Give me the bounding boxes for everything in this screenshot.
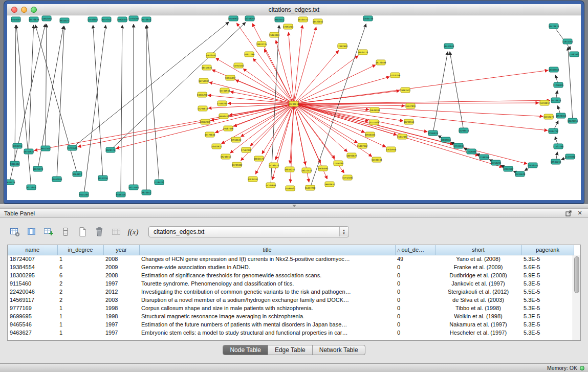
network-node[interactable]: 10473618	[549, 24, 559, 29]
network-node[interactable]: 16547891	[405, 103, 416, 108]
network-node[interactable]: 13764201	[491, 160, 502, 165]
network-node[interactable]: 9873652	[142, 190, 151, 195]
import-table-button[interactable]	[108, 225, 124, 239]
close-panel-icon[interactable]: ✕	[576, 209, 584, 217]
network-edge[interactable]	[276, 40, 294, 104]
network-node[interactable]: 19083652	[324, 182, 335, 187]
network-node[interactable]: 19447948	[444, 43, 454, 49]
network-edge[interactable]	[294, 104, 548, 130]
network-node[interactable]: 19063527	[400, 87, 411, 93]
table-row[interactable]: 969969511998Structural magnetic resonanc…	[8, 312, 574, 320]
network-node[interactable]: 16417290	[305, 185, 316, 190]
network-node[interactable]: 9852364	[41, 146, 51, 151]
network-node[interactable]: 9473816	[142, 17, 151, 22]
table-mode-button[interactable]	[7, 225, 23, 239]
network-canvas[interactable]: 1724061818523042161645721789321415824061…	[7, 15, 581, 200]
table-scrollbar[interactable]	[573, 255, 580, 340]
tab-node-table[interactable]: Node Table	[223, 345, 268, 355]
network-node[interactable]: 12546081	[88, 17, 98, 22]
network-node[interactable]: 18726409	[376, 60, 386, 65]
network-edge[interactable]	[228, 103, 294, 104]
network-node[interactable]: 19024735	[256, 41, 267, 47]
network-node[interactable]: 14685093	[318, 166, 329, 171]
network-table-select[interactable]: citations_edges.txt ▲ ▼	[148, 226, 349, 237]
network-node[interactable]: 14702183	[233, 63, 244, 68]
minimize-window-button[interactable]	[21, 7, 27, 13]
network-edge[interactable]	[15, 25, 16, 164]
column-header-name[interactable]: name	[8, 245, 57, 255]
panel-splitter[interactable]	[0, 204, 588, 208]
network-node[interactable]: 11375082	[565, 154, 576, 159]
network-node[interactable]: 16583927	[211, 144, 222, 149]
network-node[interactable]: 10628451	[568, 118, 578, 123]
network-node[interactable]: 18417025	[202, 65, 212, 70]
network-node[interactable]: 12036785	[528, 163, 538, 168]
network-node[interactable]: 12741938	[453, 143, 464, 148]
network-edge[interactable]	[78, 104, 294, 147]
network-node[interactable]: 10684529	[7, 180, 15, 185]
network-node[interactable]: 11853264	[562, 39, 573, 44]
network-node[interactable]: 16928345	[365, 132, 376, 137]
network-node[interactable]: 10946218	[551, 159, 561, 164]
network-node[interactable]: 10217465	[128, 185, 139, 190]
table-row[interactable]: 946362711997Embryonic stem cells: a mode…	[8, 329, 574, 337]
network-node[interactable]: 15318246	[390, 73, 401, 78]
network-edge[interactable]	[294, 104, 527, 164]
show-columns-button[interactable]	[24, 225, 39, 239]
table-row[interactable]: 946554611997Estimation of the future num…	[8, 320, 574, 329]
network-edge[interactable]	[294, 25, 302, 104]
network-edge[interactable]	[147, 25, 159, 182]
network-node[interactable]: 15824061	[269, 32, 280, 37]
network-node[interactable]: 12084736	[363, 16, 374, 21]
network-node[interactable]: 11184237	[154, 180, 165, 185]
network-node[interactable]: 17482903	[337, 43, 348, 49]
network-node[interactable]: 16035178	[358, 50, 368, 55]
network-node[interactable]: 14709382	[232, 162, 243, 167]
float-panel-icon[interactable]	[564, 209, 573, 217]
network-node[interactable]: 11246835	[553, 82, 564, 87]
network-node[interactable]: 10164752	[548, 128, 559, 134]
network-edge[interactable]	[29, 25, 34, 151]
network-node[interactable]: 15593812	[539, 100, 550, 105]
network-node[interactable]: 17634958	[386, 147, 397, 152]
network-node[interactable]: 17294618	[198, 106, 208, 111]
table-row[interactable]: 1872400712008Changes of HCN gene express…	[8, 255, 574, 263]
network-node[interactable]: 13415628	[515, 171, 526, 177]
network-node[interactable]: 16871290	[244, 52, 255, 57]
network-node[interactable]: 13082465	[441, 137, 451, 142]
network-edge[interactable]	[294, 27, 316, 104]
network-edge[interactable]	[289, 32, 294, 104]
network-node[interactable]: 12853947	[503, 166, 514, 171]
network-edge[interactable]	[433, 52, 448, 133]
network-node[interactable]: 15264908	[266, 183, 276, 188]
network-window-titlebar[interactable]: citations_edges.txt	[7, 4, 581, 15]
network-edge[interactable]	[450, 52, 464, 130]
network-edge[interactable]	[554, 26, 571, 50]
network-node[interactable]: 17156284	[333, 161, 344, 166]
network-node[interactable]: 10573928	[551, 98, 561, 103]
network-node[interactable]: 19372518	[301, 168, 312, 173]
network-node[interactable]: 9783215	[13, 143, 23, 148]
network-node[interactable]: 18246097	[225, 75, 236, 80]
network-node[interactable]: 17562840	[241, 147, 252, 152]
network-node[interactable]: 19187306	[223, 126, 234, 131]
network-node[interactable]: 15170834	[205, 132, 215, 137]
network-node[interactable]: 18034172	[254, 156, 265, 161]
network-node[interactable]: 17835261	[248, 177, 258, 182]
table-row[interactable]: 1938455462009Genome-wide association stu…	[8, 263, 574, 271]
network-node[interactable]: 15296473	[269, 163, 279, 168]
splitter-handle-icon[interactable]	[292, 205, 296, 207]
column-header-in-degree[interactable]: in_degree	[57, 245, 103, 255]
network-node[interactable]: 10745928	[24, 149, 34, 154]
network-node[interactable]: 15649208	[369, 107, 380, 113]
table-scrollbar-thumb[interactable]	[574, 256, 579, 293]
network-node[interactable]: 13298514	[459, 128, 469, 133]
network-node[interactable]: 15923467	[206, 53, 216, 58]
network-edge[interactable]	[72, 22, 229, 148]
create-column-button[interactable]	[41, 225, 56, 239]
network-node[interactable]: 17408265	[217, 101, 228, 106]
network-node[interactable]: 17893214	[283, 24, 294, 29]
network-node[interactable]: 9415286	[79, 192, 89, 197]
network-edge[interactable]	[46, 24, 47, 148]
network-node[interactable]: 10382564	[549, 67, 559, 72]
